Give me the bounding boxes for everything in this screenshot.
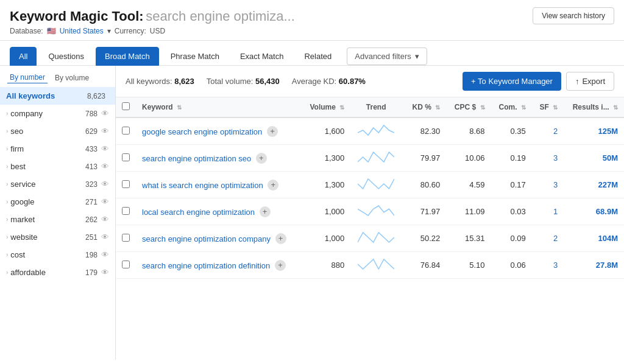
keyword-link[interactable]: search engine optimization company [142,234,271,243]
sidebar-item-count: 788 [85,110,98,118]
col-header-cpc[interactable]: CPC $ ⇅ [446,97,491,117]
sidebar-item-company[interactable]: › company 788 👁 [0,105,115,122]
sidebar-all-keywords[interactable]: All keywords 8,623 [0,87,115,105]
col-header-trend[interactable]: Trend [350,97,402,117]
keyword-link[interactable]: google search engine optimization [142,127,262,136]
sidebar-item-firm[interactable]: › firm 433 👁 [0,140,115,158]
col-kd-label: KD % [413,103,431,111]
trend-chart [358,231,394,243]
keyword-link[interactable]: local search engine optimization [142,207,255,216]
sidebar-item-cost[interactable]: › cost 198 👁 [0,246,115,264]
keyword-link[interactable]: what is search engine optimization [142,180,263,189]
chevron-right-icon: › [6,251,8,258]
add-keyword-button[interactable]: + [275,260,286,271]
chevron-down-icon: ▾ [415,52,419,61]
keyword-link[interactable]: search engine optimization definition [142,261,270,270]
sidebar: By number By volume All keywords 8,623 ›… [0,66,116,360]
table-row: search engine optimization company + 1,0… [116,225,624,252]
advanced-filters-dropdown[interactable]: Advanced filters ▾ [347,47,427,65]
keyword-link[interactable]: search engine optimization seo [142,153,251,163]
kd-cell: 79.97 [402,145,446,172]
row-checkbox[interactable] [122,180,130,188]
db-label: Database: [10,27,43,35]
results-cell: 227M [564,172,624,198]
add-keyword-button[interactable]: + [260,206,271,217]
col-select-all[interactable] [116,97,136,117]
sf-cell: 2 [532,225,564,252]
sidebar-item-label: company [10,109,85,118]
db-country-link[interactable]: United States [60,27,104,35]
trend-cell [350,198,402,225]
trend-chart [358,205,394,217]
tabs-bar: All Questions Broad Match Phrase Match E… [0,41,624,66]
sidebar-item-label: affordable [10,268,85,277]
tab-exact-match[interactable]: Exact Match [231,47,293,66]
sidebar-item-label: cost [10,250,85,259]
col-header-sf[interactable]: SF ⇅ [532,97,564,117]
table-row: what is search engine optimization + 1,3… [116,172,624,198]
chevron-right-icon: › [6,198,8,205]
col-sf-label: SF [539,103,548,111]
sidebar-item-best[interactable]: › best 413 👁 [0,158,115,175]
sidebar-item-website[interactable]: › website 251 👁 [0,228,115,246]
all-keywords-value: 8,623 [174,77,194,86]
view-by-number-button[interactable]: By number [7,72,48,83]
row-checkbox[interactable] [122,261,130,268]
sidebar-item-market[interactable]: › market 262 👁 [0,211,115,228]
tab-phrase-match[interactable]: Phrase Match [161,47,229,66]
sort-icon: ⇅ [177,104,182,111]
tab-related[interactable]: Related [295,47,341,66]
select-all-checkbox[interactable] [122,102,130,110]
keyword-manager-button[interactable]: + To Keyword Manager [463,72,561,91]
com-cell: 0.35 [491,117,532,145]
row-checkbox[interactable] [122,234,130,242]
results-cell: 104M [564,225,624,252]
tab-questions[interactable]: Questions [39,47,93,66]
sidebar-item-service[interactable]: › service 323 👁 [0,175,115,193]
table-row: search engine optimization definition + … [116,252,624,279]
row-checkbox-cell[interactable] [116,145,136,172]
add-keyword-button[interactable]: + [256,153,267,164]
tab-all[interactable]: All [10,47,37,66]
view-history-button[interactable]: View search history [533,7,614,24]
sort-icon: ⇅ [435,104,440,111]
export-button[interactable]: ↑ Export [566,72,614,91]
col-header-com[interactable]: Com. ⇅ [491,97,532,117]
row-checkbox[interactable] [122,207,130,215]
add-keyword-button[interactable]: + [275,233,286,244]
sidebar-item-google[interactable]: › google 271 👁 [0,193,115,211]
add-keyword-button[interactable]: + [268,180,278,191]
col-header-volume[interactable]: Volume ⇅ [300,97,351,117]
col-header-keyword[interactable]: Keyword ⇅ [136,97,300,117]
sidebar-item-label: website [10,233,85,242]
row-checkbox-cell[interactable] [116,117,136,145]
row-checkbox-cell[interactable] [116,252,136,279]
volume-cell: 1,000 [300,198,351,225]
table-row: search engine optimization seo + 1,300 7… [116,145,624,172]
eye-icon: 👁 [101,197,109,206]
table-row: local search engine optimization + 1,000… [116,198,624,225]
content-area: By number By volume All keywords 8,623 ›… [0,66,624,360]
row-checkbox[interactable] [122,127,130,135]
trend-cell [350,117,402,145]
col-header-results[interactable]: Results i... ⇅ [564,97,624,117]
sidebar-item-seo[interactable]: › seo 629 👁 [0,122,115,140]
page-header: Keyword Magic Tool: search engine optimi… [0,0,624,41]
col-header-kd[interactable]: KD % ⇅ [402,97,446,117]
row-checkbox[interactable] [122,153,130,161]
row-checkbox-cell[interactable] [116,225,136,252]
tab-broad-match[interactable]: Broad Match [96,47,159,66]
add-keyword-button[interactable]: + [267,126,278,137]
row-checkbox-cell[interactable] [116,172,136,198]
row-checkbox-cell[interactable] [116,198,136,225]
cpc-cell: 15.31 [446,225,491,252]
export-label: Export [582,77,605,86]
currency-value: USD [150,27,165,35]
chevron-right-icon: › [6,110,8,117]
flag-icon: 🇺🇸 [47,27,56,35]
cpc-cell: 4.59 [446,172,491,198]
view-by-volume-button[interactable]: By volume [52,72,91,83]
avg-kd-value: 60.87% [339,77,366,86]
sidebar-item-affordable[interactable]: › affordable 179 👁 [0,264,115,281]
advanced-filter-label: Advanced filters [355,52,411,61]
